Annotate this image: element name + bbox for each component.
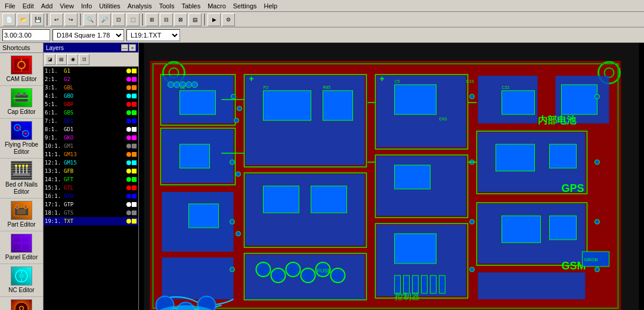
menu-tables[interactable]: Tables [178, 1, 204, 11]
cap-editor-icon [11, 88, 32, 107]
layer-row[interactable]: 18:1. GTS [44, 209, 138, 217]
shortcut-panel-editor[interactable]: Panel Editor [0, 231, 43, 264]
layer-input[interactable]: L19:1.TXT [126, 29, 180, 41]
tb-open[interactable]: 📂 [17, 13, 30, 26]
menu-file[interactable]: File [1, 1, 19, 11]
layer-color-square [132, 194, 137, 199]
pcb-area[interactable]: 内部电池 GPS GSM 控制器 U2 P2 R85 C5 C33 C32 FU… [139, 43, 644, 310]
tb-undo[interactable]: ↩ [50, 13, 63, 26]
layer-select[interactable]: D184 Square 1.78 [52, 29, 124, 41]
layer-row[interactable]: 11:1. GM13 [44, 150, 138, 159]
tb-snap[interactable]: ⊠ [174, 13, 187, 26]
layer-color-square [132, 160, 137, 165]
layer-row[interactable]: 9:1. GKO [44, 134, 138, 142]
layer-color-square [132, 219, 137, 224]
svg-rect-115 [431, 275, 436, 293]
layer-row[interactable]: 8:1. GD1 [44, 125, 138, 134]
layer-minimize-btn[interactable]: — [121, 44, 128, 51]
layer-row[interactable]: 13:1. GFB [44, 167, 138, 175]
tb-zoom-area[interactable]: ⬚ [126, 13, 140, 26]
shortcuts-title: Shortcuts [0, 43, 43, 53]
layer-row[interactable]: 12:1. GM15 [44, 159, 138, 167]
menu-analysis[interactable]: Analysis [124, 1, 156, 11]
layer-color-dot [126, 177, 131, 182]
svg-rect-75 [395, 85, 436, 114]
shortcut-bed-nails[interactable]: Bed of Nails Editor [0, 159, 43, 199]
toolbar-sep-3 [142, 14, 143, 26]
menu-tools[interactable]: Tools [156, 1, 178, 11]
tb-zoom-fit[interactable]: ⊡ [112, 13, 125, 26]
layer-row[interactable]: 1:1. G1 [44, 67, 138, 75]
layer-row[interactable]: 19:1. TXT [44, 217, 138, 225]
layer-color-square [132, 152, 137, 157]
svg-text:内部电池: 内部电池 [538, 114, 577, 125]
layer-row[interactable]: 5:1. GBP [44, 100, 138, 108]
layer-row[interactable]: 10:1. GM1 [44, 142, 138, 150]
svg-point-93 [236, 172, 241, 176]
nc-editor-label: NC Editor [8, 287, 34, 294]
layer-row[interactable]: 4:1. GBO [44, 92, 138, 100]
layer-tb-btn4[interactable]: ⊡ [79, 54, 89, 65]
svg-point-89 [231, 94, 236, 99]
layer-tb-btn2[interactable]: ▤ [56, 54, 67, 65]
svg-point-105 [256, 262, 271, 277]
layer-color-square [132, 185, 137, 190]
layer-row[interactable]: 14:1. GFT [44, 175, 138, 184]
svg-rect-25 [17, 209, 26, 214]
coord-display[interactable] [2, 29, 50, 41]
shortcut-cap-editor[interactable]: Cap Editor [0, 86, 43, 119]
tb-props[interactable]: ▤ [188, 13, 202, 26]
shortcut-flying-probe[interactable]: Flying Probe Editor [0, 119, 43, 159]
layer-close-btn[interactable]: × [129, 44, 136, 51]
layer-list[interactable]: 1:1. G1 2:1. G2 3:1. GBL 4:1. GBO 5:1. G… [44, 67, 138, 310]
layer-color-dot [126, 102, 131, 107]
shortcut-part-editor[interactable]: Part Editor [0, 199, 43, 231]
tb-save[interactable]: 💾 [31, 13, 44, 26]
shortcut-symbol-editor[interactable]: Ω Symbol Editor [0, 297, 43, 310]
menu-info[interactable]: Info [78, 1, 95, 11]
layer-row[interactable]: 15:1. GTL [44, 184, 138, 192]
layer-row[interactable]: 16:1. GTO [44, 192, 138, 200]
toolbar-2: D184 Square 1.78 L19:1.TXT [0, 27, 644, 43]
menu-edit[interactable]: Edit [19, 1, 38, 11]
layer-tb-btn3[interactable]: ◉ [67, 54, 78, 65]
toolbar-sep-4 [204, 14, 205, 26]
svg-point-85 [174, 82, 180, 88]
layer-row[interactable]: 3:1. GBL [44, 83, 138, 92]
layer-color-square [132, 177, 137, 182]
tb-grid[interactable]: ⊞ [145, 13, 159, 26]
svg-point-90 [237, 106, 242, 111]
shortcut-nc-editor[interactable]: NC Editor [0, 264, 43, 297]
tb-redo[interactable]: ↪ [64, 13, 78, 26]
svg-rect-76 [395, 165, 431, 189]
menu-settings[interactable]: Settings [230, 1, 261, 11]
svg-rect-69 [180, 144, 210, 168]
svg-point-92 [230, 160, 235, 165]
cam-editor-label: CAM Editor [6, 76, 36, 83]
svg-point-108 [301, 268, 315, 283]
svg-rect-116 [439, 275, 445, 293]
svg-rect-78 [502, 91, 535, 114]
tb-grid2[interactable]: ⊟ [160, 13, 173, 26]
tb-zoom-in[interactable]: 🔍 [83, 13, 97, 26]
menu-help[interactable]: Help [261, 1, 281, 11]
layer-row[interactable]: 6:1. GBS [44, 108, 138, 117]
svg-rect-24 [24, 205, 27, 209]
layer-row[interactable]: 2:1. G2 [44, 75, 138, 83]
tb-run[interactable]: ▶ [208, 13, 221, 26]
layer-row[interactable]: 17:1. GTP [44, 200, 138, 209]
menu-utilities[interactable]: Utilities [95, 1, 123, 11]
layer-tb-btn1[interactable]: ◪ [45, 54, 55, 65]
svg-point-21 [26, 165, 28, 167]
shortcut-cam-editor[interactable]: CAM Editor [0, 53, 43, 86]
svg-point-94 [230, 219, 235, 224]
layer-row[interactable]: 7:1. GD1 [44, 117, 138, 125]
tb-zoom-out[interactable]: 🔎 [98, 13, 111, 26]
tb-settings[interactable]: ⚙ [222, 13, 235, 26]
menu-macro[interactable]: Macro [204, 1, 230, 11]
menu-view[interactable]: View [56, 1, 78, 11]
layer-color-square [132, 77, 137, 82]
svg-point-103 [595, 219, 600, 224]
menu-add[interactable]: Add [38, 1, 57, 11]
tb-new[interactable]: 📄 [2, 13, 16, 26]
